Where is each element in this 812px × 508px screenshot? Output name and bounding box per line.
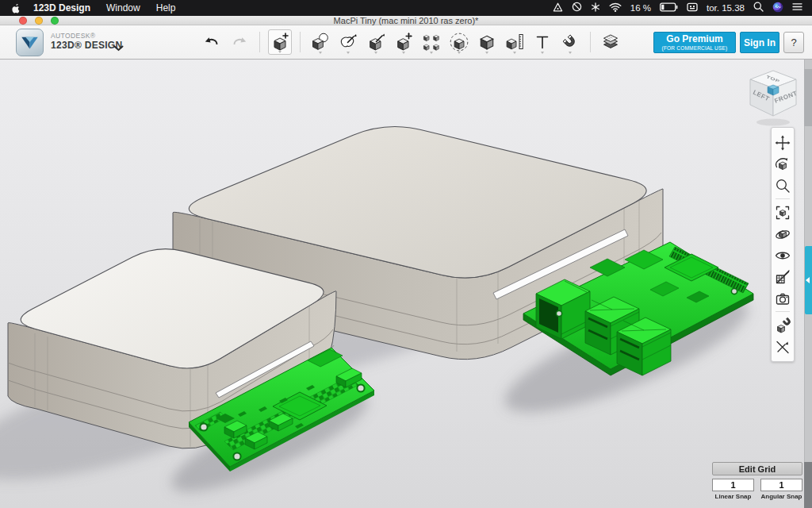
help-button[interactable]: ? (783, 32, 804, 53)
sketch-draw-tool[interactable] (336, 29, 360, 55)
app-logo[interactable] (16, 29, 44, 56)
brand-autodesk: AUTODESK® (51, 32, 122, 40)
view-navigation-toolbar (771, 127, 795, 362)
combine-tool[interactable] (475, 29, 499, 55)
measure-tool[interactable] (503, 29, 527, 55)
window-title-bar[interactable]: MacPi Tiny (mac mini 2010 ras zero)* (0, 16, 812, 25)
undo-button[interactable] (200, 29, 224, 55)
angular-snap-input[interactable] (760, 479, 802, 491)
hide-materials-tool[interactable] (773, 337, 792, 356)
window-controls (0, 16, 59, 25)
side-toolbar-separator (776, 198, 790, 199)
angular-snap-label: Angular Snap (760, 493, 802, 500)
menu-app[interactable]: 123D Design (25, 0, 98, 16)
scrollbar-segment-bottom[interactable] (804, 462, 812, 508)
linear-snap-label: Linear Snap (712, 493, 754, 500)
brand-block: AUTODESK® 123D® DESIGN (51, 32, 122, 52)
app-toolbar: AUTODESK® 123D® DESIGN (0, 25, 812, 60)
sign-in-button[interactable]: Sign In (740, 32, 779, 53)
sketch-tool[interactable] (308, 29, 332, 55)
redo-button[interactable] (228, 29, 251, 55)
help-label: ? (791, 37, 796, 48)
apple-icon (11, 2, 21, 13)
go-premium-sublabel: (FOR COMMERCIAL USE) (662, 45, 728, 51)
construct-tool[interactable] (364, 29, 388, 55)
insert-snap-tool[interactable] (773, 316, 792, 335)
go-premium-label: Go Premium (666, 34, 722, 45)
toolbar-separator (259, 32, 260, 52)
notification-center-icon[interactable] (792, 2, 802, 13)
linear-snap-input[interactable] (712, 479, 754, 491)
avast-icon[interactable] (553, 2, 563, 14)
zoom-tool[interactable] (773, 176, 792, 195)
spotlight-icon[interactable] (753, 2, 764, 14)
go-premium-button[interactable]: Go Premium (FOR COMMERCIAL USE) (653, 32, 736, 53)
toolbar-separator (590, 32, 591, 52)
battery-icon[interactable] (660, 2, 678, 14)
menu-help[interactable]: Help (148, 0, 184, 16)
grouping-tool[interactable] (447, 29, 471, 55)
menu-bar-clock[interactable]: tor. 15.38 (707, 3, 745, 13)
toolbar-separator (300, 32, 301, 52)
do-not-disturb-icon[interactable] (572, 2, 582, 14)
display-icon[interactable] (687, 2, 698, 14)
minimize-window-button[interactable] (35, 17, 43, 25)
primitives-tool[interactable] (268, 29, 292, 55)
text-tool[interactable] (530, 29, 554, 55)
utility-icon[interactable] (591, 2, 600, 14)
parts-library-tab[interactable] (805, 246, 812, 314)
zoom-fit-tool[interactable] (773, 203, 792, 222)
main-menu-chevron[interactable] (113, 40, 124, 55)
pattern-tool[interactable] (419, 29, 443, 55)
material-tool[interactable] (599, 29, 622, 55)
edit-grid-panel: Edit Grid Linear Snap Angular Snap (712, 462, 802, 500)
hide-sketches-tool[interactable] (773, 267, 792, 287)
wifi-icon[interactable] (609, 2, 622, 14)
sign-in-label: Sign In (744, 37, 776, 48)
screenshot-tool[interactable] (773, 289, 792, 308)
snap-tool[interactable] (558, 29, 582, 55)
scrollbar-segment-top[interactable] (804, 69, 812, 126)
battery-percent: 16 % (630, 3, 651, 13)
side-toolbar-separator (776, 311, 790, 312)
macos-menu-bar: 123D Design Window Help 16 % tor. 15.38 (0, 0, 812, 16)
hide-solids-tool[interactable] (773, 246, 792, 265)
modify-tool[interactable] (392, 29, 416, 55)
edit-grid-button[interactable]: Edit Grid (712, 462, 802, 475)
tool-strip (200, 25, 622, 59)
zoom-window-button[interactable] (51, 17, 59, 25)
menu-window[interactable]: Window (98, 0, 148, 16)
toolbar-right-buttons: Go Premium (FOR COMMERCIAL USE) Sign In … (653, 32, 804, 53)
view-cube[interactable]: TOP LEFT FRONT (744, 66, 802, 129)
siri-icon[interactable] (772, 2, 783, 15)
brand-123d-design: 123D® DESIGN (51, 40, 122, 51)
3d-scene[interactable] (0, 60, 812, 508)
123d-logo-icon (17, 29, 43, 56)
window-title: MacPi Tiny (mac mini 2010 ras zero)* (334, 16, 479, 25)
orbit-tool[interactable] (773, 155, 792, 174)
menu-bar-status-area: 16 % tor. 15.38 (553, 2, 802, 15)
edit-grid-label: Edit Grid (739, 464, 776, 474)
shaded-view-tool[interactable] (773, 225, 792, 244)
apple-menu[interactable] (11, 2, 21, 13)
pan-tool[interactable] (773, 133, 792, 152)
3d-viewport[interactable]: TOP LEFT FRONT (0, 60, 812, 508)
close-window-button[interactable] (19, 17, 27, 25)
